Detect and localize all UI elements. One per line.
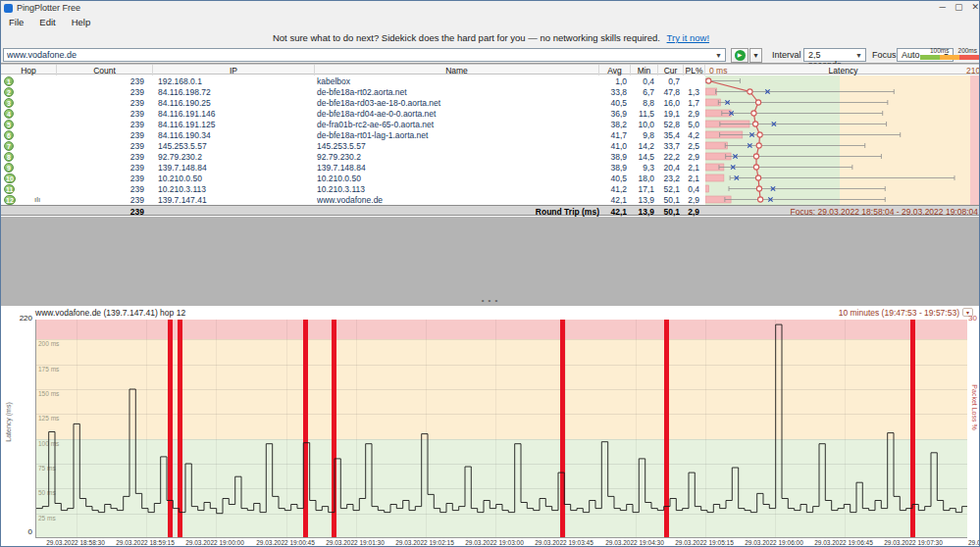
latency-scale-max: 210 ms [966, 66, 980, 75]
target-combo: ▼ [3, 48, 726, 62]
panel-splitter-area[interactable]: ••• [1, 217, 980, 306]
hop-cur: 52,8 [656, 120, 680, 129]
latency-scale-min: 0 ms [709, 66, 727, 75]
hop-name: de-bfe18a-rt02.aorta.net [317, 87, 599, 97]
timeline-plot[interactable]: 200 ms175 ms150 ms125 ms100 ms75 ms50 ms… [35, 320, 967, 538]
hop-badge: 1 [4, 76, 14, 86]
round-trip-avg: 42,1 [595, 207, 627, 217]
try-it-now-link[interactable]: Try it now! [667, 32, 709, 43]
splitter-handle-icon[interactable]: ••• [472, 296, 511, 305]
hop-ip: 84.116.198.72 [158, 87, 313, 97]
hop-badge: 5 [4, 120, 14, 129]
hop-avg: 38,2 [595, 120, 627, 129]
hop-pl: 2,1 [682, 163, 699, 173]
hop-badge: 6 [4, 130, 14, 140]
hop-name: de-bfe18a-rt01-lag-1.aorta.net [317, 130, 599, 140]
timeline-title: www.vodafone.de (139.7.147.41) hop 12 [35, 308, 185, 318]
play-icon: ▶ [735, 50, 746, 61]
timeline-range-label[interactable]: 10 minutes (19:47:53 - 19:57:53) [839, 308, 959, 318]
hop-ip: 10.210.0.50 [158, 174, 313, 183]
round-trip-label: Round Trip (ms) [472, 207, 599, 217]
col-header-count[interactable]: Count [57, 65, 153, 75]
time-axis-label: 29.03.2022 19:07:30 [869, 539, 957, 546]
hop-cur: 23,2 [656, 174, 680, 183]
hop-count: 239 [57, 87, 144, 97]
toolbar: ▼ ▶ ▼ Interval 2,5 seconds ▼ Focus Auto … [1, 46, 980, 64]
minimize-icon[interactable]: ─ [940, 2, 946, 12]
focus-label: Focus [872, 50, 897, 60]
hop-cur: 52,1 [656, 184, 680, 194]
hop-name: de-fra01b-rc2-ae-65-0.aorta.net [317, 120, 599, 129]
hop-badge: 11 [4, 184, 15, 194]
target-input[interactable] [4, 49, 706, 61]
hop-ip: 10.210.3.113 [158, 184, 313, 194]
hop-table: 1239192.168.0.1kabelbox1,00,40,7223984.1… [1, 75, 980, 205]
hop-ip: 192.168.0.1 [158, 76, 313, 86]
legend-100ms-label: 100ms [930, 47, 950, 54]
col-header-avg[interactable]: Avg [599, 65, 631, 75]
hop-avg: 38,9 [595, 163, 627, 173]
hop-avg: 41,0 [595, 141, 627, 151]
round-trip-min: 13,9 [629, 207, 654, 217]
start-trace-button[interactable]: ▶ [731, 48, 748, 63]
hop-avg: 42,1 [595, 195, 627, 205]
col-header-min[interactable]: Min [631, 65, 658, 75]
hop-name: de-bfe18a-rd04-ae-0-0.aorta.net [317, 109, 599, 119]
pingplotter-window: PingPlotter Free ─ ▢ ✕ FileEditHelp Not … [0, 0, 980, 547]
menu-item-edit[interactable]: Edit [31, 16, 63, 29]
latency-axis-label: Latency (ms) [5, 388, 12, 457]
hop-cur: 19,1 [656, 109, 680, 119]
hop-avg: 36,9 [595, 109, 627, 119]
y-axis-min-label: 0 [7, 527, 32, 536]
col-header-ip[interactable]: IP [153, 65, 315, 75]
hop-cur: 50,1 [656, 195, 680, 205]
hop-cur: 47,8 [656, 87, 680, 97]
hop-pl: 2,9 [682, 152, 699, 162]
chevron-down-icon[interactable]: ▼ [713, 50, 724, 61]
focus-period-text: Focus: 29.03.2022 18:58:04 - 29.03.2022 … [678, 207, 978, 217]
hop-pl: 1,7 [682, 98, 699, 108]
hop-badge: 12 [4, 195, 16, 205]
hop-cur: 35,4 [656, 130, 680, 140]
hop-min: 17,1 [629, 184, 654, 194]
hop-avg: 33,8 [595, 87, 627, 97]
hop-min: 0,4 [629, 76, 654, 86]
menu-bar: FileEditHelp [1, 16, 980, 29]
hop-pl: 2,9 [682, 109, 699, 119]
col-header-hop[interactable]: Hop [1, 65, 57, 75]
hop-cur: 20,4 [656, 163, 680, 173]
interval-select[interactable]: 2,5 seconds ▼ [803, 48, 866, 62]
hop-name: 92.79.230.2 [317, 152, 599, 162]
hop-ip: 84.116.191.125 [158, 120, 313, 129]
hop-min: 14,2 [629, 141, 654, 151]
col-header-name[interactable]: Name [315, 65, 599, 75]
hop-name: 10.210.0.50 [317, 174, 599, 183]
hop-name: de-bfe18a-rd03-ae-18-0.aorta.net [317, 98, 599, 108]
menu-item-file[interactable]: File [1, 16, 31, 29]
menu-item-help[interactable]: Help [64, 16, 99, 29]
latency-scale-legend: 100ms 200ms [920, 47, 979, 60]
latency-step-line [36, 320, 967, 538]
hop-count: 239 [57, 98, 144, 108]
start-options-dropdown[interactable]: ▼ [749, 48, 762, 63]
hop-min: 11,5 [629, 109, 654, 119]
col-header-cur[interactable]: Cur [658, 65, 684, 75]
hop-count: 239 [57, 174, 144, 183]
close-icon[interactable]: ✕ [971, 2, 979, 12]
hop-cur: 22,2 [656, 152, 680, 162]
time-axis: 29.0 29.03.2022 18:58:3029.03.2022 18:59… [35, 539, 967, 547]
col-header-pl[interactable]: PL% [684, 65, 705, 75]
hop-badge: 2 [4, 87, 14, 97]
hop-ip: 84.116.191.146 [158, 109, 313, 119]
title-bar[interactable]: PingPlotter Free ─ ▢ ✕ [1, 1, 980, 16]
hop-avg: 40,5 [595, 174, 627, 183]
hop-cur: 0,7 [656, 76, 680, 86]
window-title: PingPlotter Free [17, 3, 80, 13]
hop-pl: 2,1 [682, 174, 699, 183]
banner-text: Not sure what to do next? Sidekick does … [273, 32, 660, 43]
maximize-icon[interactable]: ▢ [954, 2, 963, 12]
hop-count: 239 [57, 163, 144, 173]
hop-pl: 5,0 [682, 120, 699, 129]
round-trip-cur: 50,1 [656, 207, 680, 217]
hop-avg: 41,7 [595, 130, 627, 140]
